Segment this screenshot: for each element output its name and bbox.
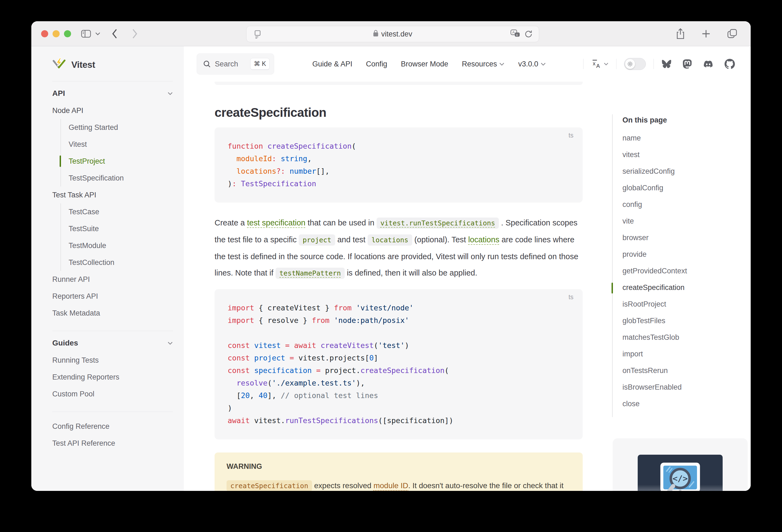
vitest-logo-icon [52, 58, 66, 72]
outline-item-browser[interactable]: browser [623, 229, 743, 246]
outline-item-vitest[interactable]: vitest [623, 146, 743, 163]
close-window-button[interactable] [41, 30, 48, 37]
outline-list: namevitestserializedConfigglobalConfigco… [623, 130, 743, 412]
mastodon-icon[interactable] [683, 59, 692, 69]
sidebar-item-test-api-reference[interactable]: Test API Reference [52, 435, 173, 452]
sidebar-item-vitest[interactable]: Vitest [69, 136, 173, 153]
sidebar-item-running-tests[interactable]: Running Tests [52, 352, 173, 369]
share-icon[interactable] [676, 28, 685, 40]
sidebar-subgroup: TestCaseTestSuiteTestModuleTestCollectio… [61, 203, 173, 271]
warning-body: createSpecification expects resolved mod… [226, 477, 571, 491]
code-lang-badge: ts [569, 293, 573, 301]
zoom-window-button[interactable] [64, 30, 71, 37]
outline-item-globtestfiles[interactable]: globTestFiles [623, 313, 743, 329]
inline-link-test-specification[interactable]: test specification [247, 218, 305, 227]
svg-text:</>: </> [673, 473, 688, 483]
inline-link-module-id[interactable]: module ID [374, 482, 408, 490]
outline-item-globalconfig[interactable]: globalConfig [623, 180, 743, 196]
warning-callout: WARNING createSpecification expects reso… [215, 453, 583, 491]
site-title: Vitest [71, 60, 95, 70]
outline-item-config[interactable]: config [623, 196, 743, 213]
svg-text:x: x [516, 33, 518, 37]
outline-item-close[interactable]: close [623, 396, 743, 412]
outline-item-createspecification[interactable]: createSpecification [623, 279, 743, 296]
sidebar-item-testproject[interactable]: TestProject [69, 153, 173, 170]
outline-item-name[interactable]: name [623, 130, 743, 146]
outline-item-vite[interactable]: vite [623, 213, 743, 229]
github-icon[interactable] [724, 59, 735, 69]
text: and test [335, 235, 367, 244]
nav-link-label: Browser Mode [401, 60, 448, 68]
section-title: API [52, 89, 65, 98]
site-logo[interactable]: Vitest [52, 57, 173, 73]
nav-link-v3-0-0[interactable]: v3.0.0 [518, 60, 546, 68]
sidebar-item-runner-api[interactable]: Runner API [52, 271, 173, 288]
sidebar-item-testspecification[interactable]: TestSpecification [69, 170, 173, 186]
sidebar-item-custom-pool[interactable]: Custom Pool [52, 386, 173, 402]
url-text: vitest.dev [381, 30, 412, 38]
forward-button[interactable] [132, 29, 138, 39]
nav-link-resources[interactable]: Resources [462, 60, 504, 68]
url-bar[interactable]: vitest.dev A x [246, 26, 539, 42]
sidebar-divider [52, 331, 173, 331]
reader-icon[interactable] [253, 30, 262, 40]
example-code-block: ts import { createVitest } from 'vitest/… [215, 289, 583, 439]
minimize-window-button[interactable] [52, 30, 60, 37]
sidebar-item-reporters-api[interactable]: Reporters API [52, 288, 173, 305]
inline-code-link-testnamepattern[interactable]: testNamePattern [276, 268, 345, 279]
nav-separator [616, 59, 616, 69]
reload-icon[interactable] [524, 29, 533, 40]
outline-item-isbrowserenabled[interactable]: isBrowserEnabled [623, 379, 743, 396]
sidebar-item-testcollection[interactable]: TestCollection [69, 254, 173, 271]
sidebar-item-node-api[interactable]: Node API [52, 102, 173, 119]
inline-link-locations[interactable]: locations [468, 235, 499, 244]
code-lang-badge: ts [569, 132, 573, 139]
bluesky-icon[interactable] [662, 59, 672, 69]
sidebar-item-config-reference[interactable]: Config Reference [52, 418, 173, 435]
left-sidebar: Vitest APINode APIGetting StartedVitestT… [31, 46, 184, 491]
sidebar-item-testmodule[interactable]: TestModule [69, 237, 173, 254]
sidebar-item-testcase[interactable]: TestCase [69, 203, 173, 220]
theme-toggle[interactable] [624, 58, 646, 70]
outline-item-provide[interactable]: provide [623, 246, 743, 263]
sidebar-section-api[interactable]: API [52, 85, 173, 102]
outline-item-serializedconfig[interactable]: serializedConfig [623, 163, 743, 180]
sidebar-chevron-icon[interactable] [95, 32, 101, 36]
back-button[interactable] [111, 29, 118, 39]
nav-link-label: v3.0.0 [518, 60, 538, 68]
outline-item-isrootproject[interactable]: isRootProject [623, 296, 743, 313]
nav-link-config[interactable]: Config [366, 60, 387, 68]
tab-overview-icon[interactable] [727, 28, 738, 40]
language-menu[interactable]: x A [591, 59, 609, 69]
new-tab-icon[interactable] [701, 28, 711, 40]
main-area: Search ⌘ K Guide & APIConfigBrowser Mode… [184, 46, 751, 491]
browser-titlebar: vitest.dev A x [31, 21, 751, 46]
text: Create a [215, 218, 247, 227]
search-input[interactable]: Search ⌘ K [197, 54, 274, 75]
discord-icon[interactable] [703, 60, 714, 68]
sidebar-item-task-metadata[interactable]: Task Metadata [52, 305, 173, 322]
nav-link-guide-api[interactable]: Guide & API [312, 60, 352, 68]
search-placeholder: Search [215, 60, 238, 68]
sponsor-card[interactable]: </> [613, 438, 748, 491]
sidebar-item-extending-reporters[interactable]: Extending Reporters [52, 369, 173, 386]
outline-item-ontestsrerun[interactable]: onTestsRerun [623, 362, 743, 379]
sidebar-section-guides[interactable]: Guides [52, 334, 173, 352]
outline-title: On this page [623, 116, 743, 125]
outline-item-matchestestglob[interactable]: matchesTestGlob [623, 329, 743, 346]
text: is defined, then it will also be applied… [345, 269, 477, 277]
description-paragraph: Create a test specification that can be … [215, 215, 583, 282]
nav-link-browser-mode[interactable]: Browser Mode [401, 60, 448, 68]
sidebar-nav: APINode APIGetting StartedVitestTestProj… [52, 85, 173, 452]
sun-icon [625, 59, 635, 69]
svg-text:x: x [593, 61, 596, 66]
sidebar-toggle-icon[interactable] [81, 29, 91, 38]
sidebar-item-getting-started[interactable]: Getting Started [69, 119, 173, 136]
inline-code-link-vitest-runtestspecifications[interactable]: vitest.runTestSpecifications [377, 217, 499, 229]
sidebar-item-testsuite[interactable]: TestSuite [69, 220, 173, 237]
sidebar-item-test-task-api[interactable]: Test Task API [52, 186, 173, 203]
translate-icon[interactable]: A x [510, 29, 520, 40]
text: (optional). Test [412, 235, 468, 244]
outline-item-import[interactable]: import [623, 346, 743, 362]
outline-item-getprovidedcontext[interactable]: getProvidedContext [623, 263, 743, 279]
